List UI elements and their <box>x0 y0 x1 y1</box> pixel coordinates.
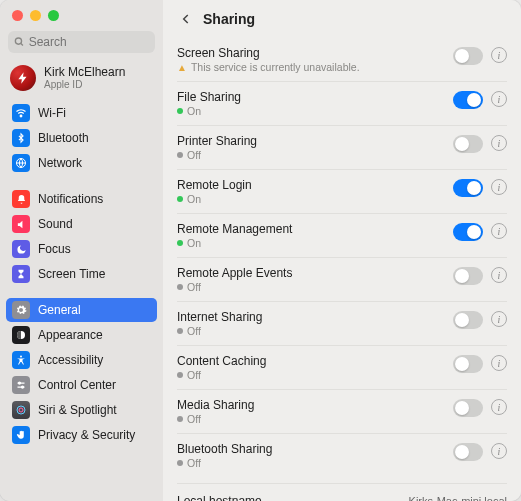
sliders-icon <box>12 376 30 394</box>
svg-point-0 <box>15 38 21 44</box>
sidebar-item-accessibility[interactable]: Accessibility <box>6 348 157 372</box>
service-toggle[interactable] <box>453 267 483 285</box>
info-button[interactable]: i <box>491 267 507 283</box>
svg-point-10 <box>17 406 25 414</box>
moon-icon <box>12 240 30 258</box>
sidebar-item-privacy[interactable]: Privacy & Security <box>6 423 157 447</box>
service-row: File SharingOni <box>177 82 507 126</box>
hand-icon <box>12 426 30 444</box>
sidebar-item-screentime[interactable]: Screen Time <box>6 262 157 286</box>
svg-point-2 <box>20 115 22 117</box>
service-toggle[interactable] <box>453 91 483 109</box>
sidebar-item-focus[interactable]: Focus <box>6 237 157 261</box>
search-input[interactable] <box>29 35 149 49</box>
service-status: On <box>177 105 445 117</box>
service-status: Off <box>177 457 445 469</box>
svg-line-1 <box>21 43 23 45</box>
user-sub: Apple ID <box>44 79 125 90</box>
service-status: On <box>177 193 445 205</box>
sidebar-item-label: General <box>38 303 81 317</box>
sidebar: Kirk McElhearn Apple ID Wi-Fi Bluetooth … <box>0 0 163 501</box>
sidebar-item-label: Siri & Spotlight <box>38 403 117 417</box>
sidebar-item-network[interactable]: Network <box>6 151 157 175</box>
info-button[interactable]: i <box>491 223 507 239</box>
close-window-button[interactable] <box>12 10 23 21</box>
service-status: ▲This service is currently unavailable. <box>177 61 445 73</box>
wifi-icon <box>12 104 30 122</box>
back-button[interactable] <box>177 10 195 28</box>
service-toggle[interactable] <box>453 179 483 197</box>
service-toggle[interactable] <box>453 443 483 461</box>
service-toggle[interactable] <box>453 135 483 153</box>
info-button[interactable]: i <box>491 179 507 195</box>
sidebar-item-siri[interactable]: Siri & Spotlight <box>6 398 157 422</box>
service-row: Media SharingOffi <box>177 390 507 434</box>
service-row: Internet SharingOffi <box>177 302 507 346</box>
service-toggle[interactable] <box>453 223 483 241</box>
info-button[interactable]: i <box>491 355 507 371</box>
hostname-label: Local hostname <box>177 494 409 501</box>
svg-point-11 <box>19 408 23 412</box>
status-dot <box>177 284 183 290</box>
service-toggle[interactable] <box>453 355 483 373</box>
service-row: Remote LoginOni <box>177 170 507 214</box>
siri-icon <box>12 401 30 419</box>
svg-point-7 <box>19 382 21 384</box>
minimize-window-button[interactable] <box>30 10 41 21</box>
sidebar-item-label: Wi-Fi <box>38 106 66 120</box>
service-name: Printer Sharing <box>177 134 445 148</box>
status-dot <box>177 328 183 334</box>
service-name: Media Sharing <box>177 398 445 412</box>
search-field[interactable] <box>8 31 155 53</box>
sidebar-item-general[interactable]: General <box>6 298 157 322</box>
sidebar-item-label: Bluetooth <box>38 131 89 145</box>
hourglass-icon <box>12 265 30 283</box>
service-toggle[interactable] <box>453 47 483 65</box>
search-icon <box>14 36 25 48</box>
service-toggle[interactable] <box>453 311 483 329</box>
svg-point-9 <box>22 386 24 388</box>
sidebar-item-appearance[interactable]: Appearance <box>6 323 157 347</box>
bluetooth-icon <box>12 129 30 147</box>
status-dot <box>177 152 183 158</box>
info-button[interactable]: i <box>491 47 507 63</box>
status-dot <box>177 240 183 246</box>
sidebar-item-label: Sound <box>38 217 73 231</box>
apple-id-row[interactable]: Kirk McElhearn Apple ID <box>0 61 163 101</box>
status-dot <box>177 416 183 422</box>
info-button[interactable]: i <box>491 443 507 459</box>
service-name: Internet Sharing <box>177 310 445 324</box>
window-controls <box>0 0 163 29</box>
accessibility-icon <box>12 351 30 369</box>
status-dot <box>177 196 183 202</box>
service-name: Remote Login <box>177 178 445 192</box>
sidebar-item-wifi[interactable]: Wi-Fi <box>6 101 157 125</box>
sidebar-item-bluetooth[interactable]: Bluetooth <box>6 126 157 150</box>
sidebar-item-label: Accessibility <box>38 353 103 367</box>
service-row: Content CachingOffi <box>177 346 507 390</box>
sidebar-item-notifications[interactable]: Notifications <box>6 187 157 211</box>
globe-icon <box>12 154 30 172</box>
appearance-icon <box>12 326 30 344</box>
bell-icon <box>12 190 30 208</box>
status-dot <box>177 460 183 466</box>
local-hostname-row: Local hostname Kirks-Mac-mini.local <box>177 483 507 501</box>
sidebar-item-label: Appearance <box>38 328 103 342</box>
info-button[interactable]: i <box>491 91 507 107</box>
info-button[interactable]: i <box>491 135 507 151</box>
svg-point-5 <box>20 356 22 358</box>
info-button[interactable]: i <box>491 399 507 415</box>
warning-icon: ▲ <box>177 62 187 73</box>
zoom-window-button[interactable] <box>48 10 59 21</box>
service-name: Remote Management <box>177 222 445 236</box>
speaker-icon <box>12 215 30 233</box>
info-button[interactable]: i <box>491 311 507 327</box>
sidebar-item-controlcenter[interactable]: Control Center <box>6 373 157 397</box>
service-status: Off <box>177 413 445 425</box>
service-status: Off <box>177 281 445 293</box>
service-name: Screen Sharing <box>177 46 445 60</box>
sidebar-item-sound[interactable]: Sound <box>6 212 157 236</box>
service-row: Screen Sharing▲This service is currently… <box>177 38 507 82</box>
gear-icon <box>12 301 30 319</box>
service-toggle[interactable] <box>453 399 483 417</box>
